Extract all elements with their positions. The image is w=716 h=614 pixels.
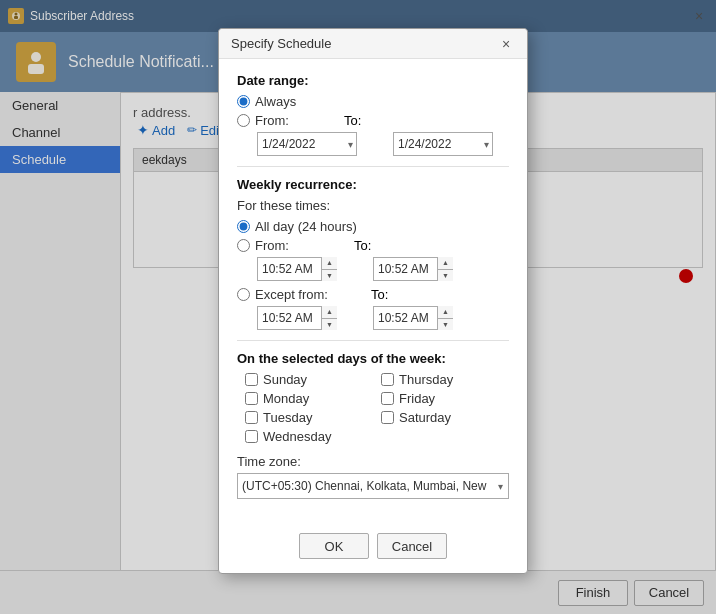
wednesday-checkbox[interactable] [245,430,258,443]
except-to-label: To: [371,287,388,302]
wednesday-label[interactable]: Wednesday [263,429,331,444]
weekly-recurrence-title: Weekly recurrence: [237,177,509,192]
tuesday-label[interactable]: Tuesday [263,410,312,425]
except-from-label[interactable]: Except from: [255,287,328,302]
to-time-up[interactable]: ▲ [438,257,453,270]
friday-label[interactable]: Friday [399,391,435,406]
from-time-radio-row: From: To: [237,238,509,253]
dialog-footer: OK Cancel [219,525,527,573]
from-time-spinner: ▲ ▼ [321,257,337,281]
days-of-week-title: On the selected days of the week: [237,351,509,366]
modal-overlay: Specify Schedule × Date range: Always Fr… [0,0,716,614]
day-tuesday: Tuesday [245,410,373,425]
except-time-row: ▲ ▼ ▲ ▼ [257,306,509,330]
dialog-titlebar: Specify Schedule × [219,29,527,59]
days-of-week-grid: Sunday Thursday Monday Friday Tuesday [245,372,509,444]
from-radio-row: From: To: [237,113,509,128]
except-from-radio[interactable] [237,288,250,301]
to-time-wrap: ▲ ▼ [373,257,453,281]
except-from-spinner: ▲ ▼ [321,306,337,330]
day-friday: Friday [381,391,509,406]
to-date-wrap: 1/24/2022 [393,132,493,156]
except-from-up[interactable]: ▲ [322,306,337,319]
always-radio[interactable] [237,95,250,108]
to-time-down[interactable]: ▼ [438,270,453,282]
from-time-wrap: ▲ ▼ [257,257,337,281]
except-from-time-wrap: ▲ ▼ [257,306,337,330]
from-time-radio-label[interactable]: From: [255,238,289,253]
from-time-down[interactable]: ▼ [322,270,337,282]
thursday-label[interactable]: Thursday [399,372,453,387]
from-date-select[interactable]: 1/24/2022 [257,132,357,156]
except-to-up[interactable]: ▲ [438,306,453,319]
date-range-section-title: Date range: [237,73,509,88]
always-radio-row: Always [237,94,509,109]
timezone-label: Time zone: [237,454,509,469]
monday-checkbox[interactable] [245,392,258,405]
except-to-spinner: ▲ ▼ [437,306,453,330]
divider-2 [237,340,509,341]
from-to-time-row: ▲ ▼ ▲ ▼ [257,257,509,281]
specify-schedule-dialog: Specify Schedule × Date range: Always Fr… [218,28,528,574]
date-inputs-row: 1/24/2022 1/24/2022 [257,132,509,156]
monday-label[interactable]: Monday [263,391,309,406]
cancel-button[interactable]: Cancel [377,533,447,559]
sunday-label[interactable]: Sunday [263,372,307,387]
to-date-select[interactable]: 1/24/2022 [393,132,493,156]
day-monday: Monday [245,391,373,406]
from-radio[interactable] [237,114,250,127]
timezone-select[interactable]: (UTC+05:30) Chennai, Kolkata, Mumbai, Ne… [237,473,509,499]
from-time-radio[interactable] [237,239,250,252]
dialog-close-button[interactable]: × [497,35,515,53]
timezone-section: Time zone: (UTC+05:30) Chennai, Kolkata,… [237,454,509,499]
always-label[interactable]: Always [255,94,296,109]
from-radio-label[interactable]: From: [255,113,289,128]
saturday-checkbox[interactable] [381,411,394,424]
divider-1 [237,166,509,167]
except-to-down[interactable]: ▼ [438,319,453,331]
friday-checkbox[interactable] [381,392,394,405]
except-to-time-wrap: ▲ ▼ [373,306,453,330]
except-from-radio-row: Except from: To: [237,287,509,302]
from-date-wrap: 1/24/2022 [257,132,357,156]
except-from-down[interactable]: ▼ [322,319,337,331]
saturday-label[interactable]: Saturday [399,410,451,425]
all-day-radio-row: All day (24 hours) [237,219,509,234]
timezone-select-wrap: (UTC+05:30) Chennai, Kolkata, Mumbai, Ne… [237,473,509,499]
ok-button[interactable]: OK [299,533,369,559]
day-wednesday: Wednesday [245,429,373,444]
to-time-spinner: ▲ ▼ [437,257,453,281]
day-sunday: Sunday [245,372,373,387]
for-these-times-label: For these times: [237,198,509,213]
to-time-label: To: [354,238,371,253]
thursday-checkbox[interactable] [381,373,394,386]
all-day-radio[interactable] [237,220,250,233]
day-saturday: Saturday [381,410,509,425]
dialog-title: Specify Schedule [231,36,331,51]
to-date-label: To: [344,113,361,128]
day-thursday: Thursday [381,372,509,387]
dialog-body: Date range: Always From: To: 1/24/2022 [219,59,527,525]
sunday-checkbox[interactable] [245,373,258,386]
all-day-label[interactable]: All day (24 hours) [255,219,357,234]
tuesday-checkbox[interactable] [245,411,258,424]
from-time-up[interactable]: ▲ [322,257,337,270]
